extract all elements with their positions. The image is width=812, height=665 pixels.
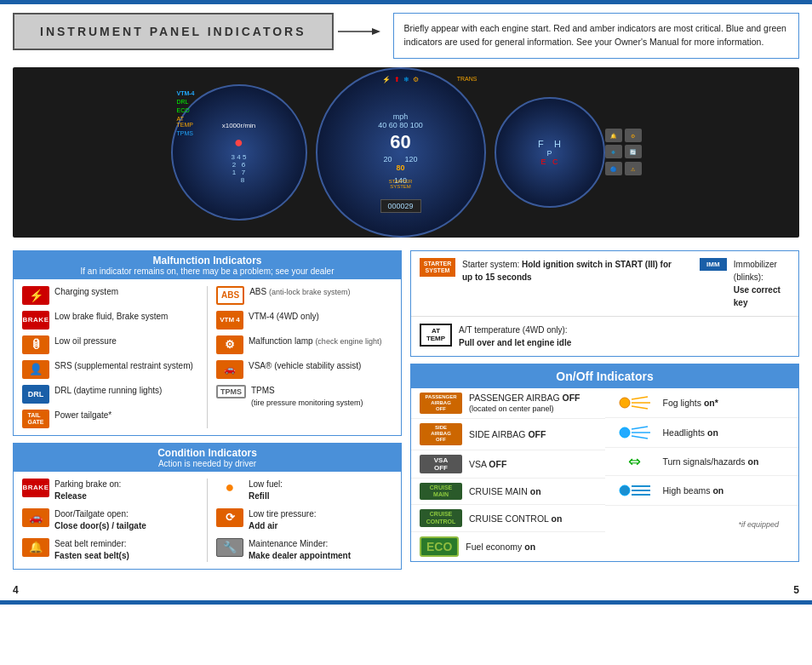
svg-point-6: [620, 427, 630, 438]
onoff-header: On/Off Indicators: [411, 364, 798, 388]
vsa-off-text: VSA OFF: [469, 459, 597, 469]
list-item: 👤 SRS (supplemental restraint system): [22, 360, 198, 379]
seatbelt-icon: 🔔: [22, 538, 49, 557]
vsa-text: VSA® (vehicle stability assist): [249, 360, 361, 372]
svg-line-8: [632, 427, 648, 429]
starter-section: STARTERSYSTEM Starter system: Hold ignit…: [410, 250, 799, 357]
vsa-icon: 🚗: [216, 360, 243, 379]
low-fuel-icon: ●: [216, 479, 243, 497]
charging-icon: ⚡: [22, 286, 49, 305]
cruise-control-text: CRUISE CONTROL on: [469, 513, 597, 524]
list-item: TAILGATE Power tailgate*: [22, 410, 198, 428]
high-beams-text: High beams on: [663, 485, 791, 496]
turn-signals-icon: ⇔: [614, 452, 656, 471]
condition-right-col: ● Low fuel:Refill ⟳ Low tire pressure:Ad…: [216, 479, 392, 562]
door-open-text: Door/Tailgate open:Close door(s) / tailg…: [54, 508, 146, 532]
page-numbers: 4 5: [0, 580, 812, 600]
at-temp-row: ATTEMP A/T temperature (4WD only):Pull o…: [411, 317, 798, 356]
speedometer-gauge: mph 40 60 80 100 60 20 120 80 140 000029…: [316, 67, 486, 238]
low-fuel-text: Low fuel:Refill: [249, 479, 283, 502]
condition-left-col: BRAKE Parking brake on:Release 🚗 Door/Ta…: [22, 479, 198, 562]
malfunction-body: ⚡ Charging system BRAKE Low brake fluid,…: [14, 279, 401, 435]
at-temp-badge: ATTEMP: [420, 324, 452, 347]
charging-text: Charging system: [54, 286, 118, 298]
side-airbag-badge: SIDEAIRBAGOFF: [420, 423, 462, 445]
section-divider-2: [207, 479, 208, 562]
tailgate-icon: TAILGATE: [22, 410, 49, 428]
tpms-text: TPMS(tire pressure monitoring system): [251, 385, 363, 409]
page-title: INSTRUMENT PANEL INDICATORS: [40, 25, 306, 38]
list-item: BRAKE Parking brake on:Release: [22, 479, 198, 502]
condition-section: Condition Indicators Action is needed by…: [13, 443, 402, 570]
malfunction-header: Malfunction Indicators If an indicator r…: [14, 251, 401, 279]
fog-lights-text: Fog lights on*: [663, 398, 791, 408]
maintenance-text: Maintenance Minder:Make dealer appointme…: [249, 538, 351, 562]
fuel-temp-gauge: F H P E C: [495, 97, 605, 208]
immobilizer-badge: IMM: [700, 258, 727, 272]
malfunction-lamp-icon: ⚙: [216, 335, 243, 354]
list-item: ⟳ Low tire pressure:Add air: [216, 508, 392, 532]
headlights-text: Headlights on: [663, 427, 791, 438]
tpms-icon: TPMS: [216, 385, 246, 398]
list-item: CRUISEMAIN CRUISE MAIN on: [411, 479, 605, 506]
list-item: 🔧 Maintenance Minder:Make dealer appoint…: [216, 538, 392, 562]
abs-icon: ABS: [216, 286, 244, 305]
list-item: 🔔 Seat belt reminder:Fasten seat belt(s): [22, 538, 198, 562]
seatbelt-text: Seat belt reminder:Fasten seat belt(s): [54, 538, 129, 562]
headlights-icon: [614, 422, 656, 443]
cruise-main-badge: CRUISEMAIN: [420, 483, 462, 501]
list-item: Headlights on: [605, 418, 799, 448]
description-text: Briefly appear with each engine start. R…: [404, 23, 786, 47]
page-number-right: 5: [793, 584, 799, 596]
onoff-left-col: PASSENGERAIRBAGOFF PASSENGER AIRBAG OFF(…: [411, 388, 605, 562]
immobilizer-text: Immobilizer (blinks):Use correct key: [734, 258, 790, 309]
parking-brake-icon: BRAKE: [22, 479, 49, 497]
turn-signals-text: Turn signals/hazards on: [663, 456, 791, 467]
brake-text: Low brake fluid, Brake system: [54, 311, 168, 323]
footnote-row: *if equipped: [605, 514, 799, 533]
starter-row: STARTERSYSTEM Starter system: Hold ignit…: [411, 251, 798, 317]
srs-text: SRS (supplemental restraint system): [54, 360, 193, 372]
condition-header: Condition Indicators Action is needed by…: [14, 444, 401, 472]
list-item: ⇔ Turn signals/hazards on: [605, 448, 799, 476]
list-item: ECO Fuel economy on: [411, 532, 605, 561]
bottom-section: Malfunction Indicators If an indicator r…: [0, 242, 812, 578]
description-box: Briefly appear with each engine start. R…: [393, 13, 799, 59]
list-item: 🚗 VSA® (vehicle stability assist): [216, 360, 392, 379]
tailgate-text: Power tailgate*: [54, 410, 112, 421]
left-column: Malfunction Indicators If an indicator r…: [13, 250, 402, 570]
svg-marker-1: [372, 28, 380, 35]
svg-line-4: [632, 397, 648, 399]
onoff-body: PASSENGERAIRBAGOFF PASSENGER AIRBAG OFF(…: [411, 388, 798, 562]
malfunction-right-col: ABS ABS (anti-lock brake system) VTM 4 V…: [216, 286, 392, 428]
vtm4-text: VTM-4 (4WD only): [249, 311, 319, 323]
malfunction-lamp-text: Malfunction lamp (check engine light): [249, 335, 381, 347]
passenger-airbag-badge: PASSENGERAIRBAGOFF: [420, 393, 462, 415]
list-item: SIDEAIRBAGOFF SIDE AIRBAG OFF: [411, 419, 605, 450]
list-item: ⚡ Charging system: [22, 286, 198, 305]
passenger-airbag-text: PASSENGER AIRBAG OFF(located on center p…: [469, 393, 597, 413]
at-temp-text: A/T temperature (4WD only):Pull over and…: [459, 324, 571, 349]
list-item: ⚙ Malfunction lamp (check engine light): [216, 335, 392, 354]
eco-badge: ECO: [420, 536, 459, 557]
drl-icon: DRL: [22, 385, 49, 404]
vtm4-icon: VTM 4: [216, 311, 243, 330]
svg-line-9: [632, 436, 648, 439]
low-tire-text: Low tire pressure:Add air: [249, 508, 316, 532]
malfunction-title: Malfunction Indicators: [20, 255, 394, 267]
header-section: INSTRUMENT PANEL INDICATORS Briefly appe…: [0, 4, 812, 67]
parking-brake-text: Parking brake on:Release: [54, 479, 121, 502]
page-number-left: 4: [13, 584, 19, 596]
svg-point-10: [620, 485, 630, 496]
condition-body: BRAKE Parking brake on:Release 🚗 Door/Ta…: [14, 472, 401, 569]
footnote-text: *if equipped: [734, 519, 783, 530]
condition-title: Condition Indicators: [20, 447, 394, 459]
onoff-section: On/Off Indicators PASSENGERAIRBAGOFF PAS…: [410, 364, 799, 563]
cruise-control-badge: CRUISECONTROL: [420, 509, 462, 527]
oil-icon: 🛢: [22, 335, 49, 354]
list-item: TPMS TPMS(tire pressure monitoring syste…: [216, 385, 392, 409]
tachometer-gauge: x1000r/min ● 3 4 5 2 6 1 7 8 VTM-4 DRL E…: [171, 84, 307, 221]
cruise-main-text: CRUISE MAIN on: [469, 486, 597, 496]
list-item: VSAOFF VSA OFF: [411, 450, 605, 479]
malfunction-subheader: If an indicator remains on, there may be…: [20, 267, 394, 276]
